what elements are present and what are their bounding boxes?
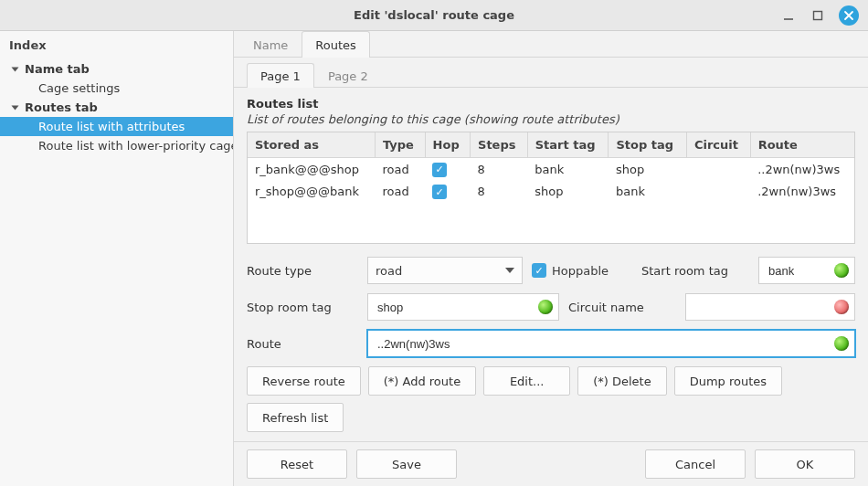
cell-start: shop [527, 181, 609, 204]
routes-table[interactable]: Stored as Type Hop Steps Start tag Stop … [247, 132, 855, 244]
save-button[interactable]: Save [356, 449, 457, 479]
edit-button[interactable]: Edit... [483, 366, 570, 396]
reverse-route-button[interactable]: Reverse route [247, 366, 361, 396]
circuit-input[interactable] [693, 300, 827, 315]
circuit-label: Circuit name [568, 301, 676, 314]
cell-steps: 8 [471, 181, 528, 204]
chevron-down-icon [505, 268, 514, 273]
window-title: Edit 'dslocal' route cage [0, 8, 868, 22]
ok-button[interactable]: OK [755, 449, 855, 479]
status-dot-icon [834, 336, 849, 351]
routes-list-desc: List of routes belonging to this cage (s… [247, 112, 855, 126]
tab-name[interactable]: Name [239, 31, 302, 58]
route-input[interactable] [376, 336, 827, 352]
cell-stored: r_shop@@@bank [248, 181, 375, 204]
column-hop[interactable]: Hop [425, 132, 470, 158]
titlebar: Edit 'dslocal' route cage [0, 0, 868, 31]
table-row[interactable]: r_shop@@@bank road ✓ 8 shop bank .2wn(nw… [248, 181, 854, 204]
tab-routes[interactable]: Routes [302, 31, 370, 58]
cancel-button[interactable]: Cancel [645, 449, 746, 479]
subtab-page-2[interactable]: Page 2 [314, 63, 382, 88]
start-tag-input[interactable] [767, 263, 827, 279]
cell-circuit [686, 158, 750, 181]
check-icon: ✓ [432, 185, 447, 199]
chevron-down-icon [12, 67, 19, 71]
stop-tag-input[interactable] [376, 300, 531, 315]
routes-list-title: Routes list [247, 97, 855, 111]
check-icon: ✓ [532, 263, 546, 278]
sub-tabs: Page 1 Page 2 [234, 63, 868, 88]
cell-route: ..2wn(nw)3ws [750, 158, 854, 181]
route-type-combo[interactable]: road [367, 257, 523, 284]
circuit-input-wrap[interactable] [685, 293, 855, 321]
cell-hop: ✓ [425, 158, 470, 181]
column-route[interactable]: Route [750, 132, 854, 158]
status-dot-icon [538, 300, 553, 314]
route-type-value: road [376, 264, 402, 278]
reset-button[interactable]: Reset [247, 449, 347, 479]
start-tag-input-wrap[interactable] [758, 257, 855, 284]
refresh-list-button[interactable]: Refresh list [247, 403, 344, 432]
tree-category-routes-tab[interactable]: Routes tab [0, 98, 233, 117]
subtab-page-1[interactable]: Page 1 [247, 63, 314, 88]
sidebar-tree: Name tab Cage settings Routes tab Route … [0, 58, 233, 157]
table-row[interactable]: r_bank@@@shop road ✓ 8 bank shop ..2wn(n… [248, 158, 854, 181]
dialog-footer: Reset Save Cancel OK [234, 441, 868, 486]
stop-tag-input-wrap[interactable] [367, 293, 559, 321]
dump-routes-button[interactable]: Dump routes [674, 366, 782, 396]
stop-tag-label: Stop room tag [247, 301, 358, 314]
hoppable-checkbox[interactable]: ✓ Hoppable [532, 263, 632, 278]
cell-steps: 8 [471, 158, 528, 181]
column-circuit[interactable]: Circuit [686, 132, 750, 158]
status-dot-icon [834, 300, 849, 314]
cell-stored: r_bank@@@shop [248, 158, 375, 181]
tree-category-label: Routes tab [25, 100, 98, 114]
add-route-button[interactable]: (*) Add route [368, 366, 476, 396]
sidebar-header: Index [0, 31, 233, 58]
cell-type: road [375, 181, 425, 204]
cell-stop: bank [609, 181, 686, 204]
check-icon: ✓ [432, 163, 447, 177]
cell-route: .2wn(nw)3ws [750, 181, 854, 204]
route-type-label: Route type [247, 264, 358, 278]
cell-hop: ✓ [425, 181, 470, 204]
cell-stop: shop [609, 158, 686, 181]
status-dot-icon [834, 263, 849, 278]
cell-type: road [375, 158, 425, 181]
column-stored-as[interactable]: Stored as [248, 132, 375, 158]
cell-circuit [686, 181, 750, 204]
route-input-wrap[interactable] [367, 330, 855, 357]
tree-category-name-tab[interactable]: Name tab [0, 59, 233, 79]
column-start-tag[interactable]: Start tag [527, 132, 609, 158]
tree-category-label: Name tab [25, 62, 90, 76]
column-type[interactable]: Type [375, 132, 425, 158]
start-tag-label: Start room tag [641, 264, 749, 278]
hoppable-label: Hoppable [552, 264, 609, 278]
column-steps[interactable]: Steps [471, 132, 528, 158]
main-tabs: Name Routes [234, 31, 868, 58]
route-label: Route [247, 337, 358, 351]
cell-start: bank [527, 158, 609, 181]
tree-item-cage-settings[interactable]: Cage settings [0, 79, 233, 98]
delete-button[interactable]: (*) Delete [577, 366, 667, 396]
sidebar: Index Name tab Cage settings Routes tab … [0, 31, 234, 486]
tree-item-route-list-lower-priority[interactable]: Route list with lower-priority cages [0, 136, 233, 155]
tree-item-route-list-attributes[interactable]: Route list with attributes [0, 117, 233, 136]
chevron-down-icon [12, 105, 19, 110]
column-stop-tag[interactable]: Stop tag [609, 132, 686, 158]
